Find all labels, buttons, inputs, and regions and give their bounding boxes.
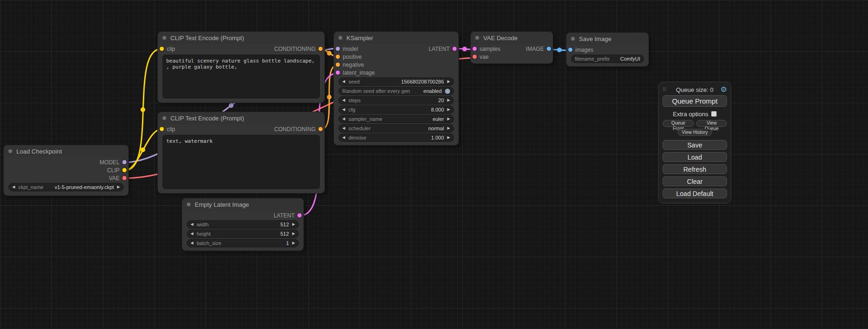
widget-denoise[interactable]: ◀ denoise 1.000 ▶ bbox=[339, 133, 454, 142]
settings-gear-icon[interactable]: ⚙ bbox=[720, 86, 727, 93]
node-title-bar[interactable]: Empty Latent Image bbox=[182, 198, 303, 210]
output-port-latent[interactable] bbox=[452, 47, 457, 51]
decrement-arrow-icon[interactable]: ◀ bbox=[342, 78, 345, 85]
refresh-button[interactable]: Refresh bbox=[663, 164, 727, 174]
decrement-arrow-icon[interactable]: ◀ bbox=[191, 230, 193, 238]
collapse-dot-icon[interactable] bbox=[162, 116, 167, 120]
decrement-arrow-icon[interactable]: ◀ bbox=[342, 125, 345, 132]
collapse-dot-icon[interactable] bbox=[186, 202, 191, 207]
node-title: KSampler bbox=[346, 35, 373, 42]
drag-handle-icon[interactable]: ⠿ bbox=[663, 87, 666, 93]
queue-front-button[interactable]: Queue Front bbox=[663, 120, 694, 127]
output-label-latent: LATENT bbox=[274, 212, 295, 219]
prompt-textarea[interactable]: text, watermark bbox=[162, 135, 320, 189]
toggle-dot-icon[interactable] bbox=[445, 89, 450, 94]
graph-canvas[interactable]: Load Checkpoint MODEL CLIP VAE bbox=[0, 0, 868, 329]
output-port-conditioning[interactable] bbox=[318, 127, 323, 131]
output-port-image[interactable] bbox=[547, 47, 551, 51]
node-title-bar[interactable]: CLIP Text Encode (Prompt) bbox=[158, 112, 325, 124]
widget-value: enabled bbox=[423, 88, 442, 94]
collapse-dot-icon[interactable] bbox=[571, 36, 575, 41]
decrement-arrow-icon[interactable]: ◀ bbox=[342, 134, 345, 141]
input-port-images[interactable] bbox=[568, 48, 572, 52]
widget-label: seed bbox=[348, 79, 360, 84]
widget-label: batch_size bbox=[197, 240, 221, 246]
input-port-latent-image[interactable] bbox=[336, 70, 340, 75]
node-title-bar[interactable]: VAE Decode bbox=[471, 32, 553, 44]
output-port-latent[interactable] bbox=[297, 213, 302, 217]
output-port-clip[interactable] bbox=[122, 168, 127, 172]
increment-arrow-icon[interactable]: ▶ bbox=[447, 134, 450, 141]
widget-label: ckpt_name bbox=[18, 184, 43, 190]
node-title-bar[interactable]: Save Image bbox=[566, 33, 649, 45]
queue-prompt-button[interactable]: Queue Prompt bbox=[663, 95, 727, 107]
decrement-arrow-icon[interactable]: ◀ bbox=[12, 183, 15, 191]
node-title-bar[interactable]: KSampler bbox=[334, 32, 459, 44]
input-port-clip[interactable] bbox=[160, 47, 164, 51]
input-port-model[interactable] bbox=[336, 47, 340, 51]
output-label-latent: LATENT bbox=[429, 46, 450, 52]
node-ksampler: KSampler model LATENT positive bbox=[334, 32, 459, 145]
increment-arrow-icon[interactable]: ▶ bbox=[447, 115, 450, 123]
collapse-dot-icon[interactable] bbox=[162, 35, 167, 40]
decrement-arrow-icon[interactable]: ◀ bbox=[342, 115, 345, 123]
output-port-model[interactable] bbox=[122, 160, 127, 164]
output-port-conditioning[interactable] bbox=[318, 47, 323, 51]
widget-sampler-name[interactable]: ◀ sampler_name euler ▶ bbox=[339, 115, 454, 123]
increment-arrow-icon[interactable]: ▶ bbox=[447, 97, 450, 104]
load-button[interactable]: Load bbox=[663, 152, 727, 162]
increment-arrow-icon[interactable]: ▶ bbox=[447, 78, 450, 85]
widget-cfg[interactable]: ◀ cfg 8.000 ▶ bbox=[339, 105, 454, 114]
widget-steps[interactable]: ◀ steps 20 ▶ bbox=[339, 96, 454, 105]
input-port-vae[interactable] bbox=[473, 55, 477, 59]
input-label-positive: positive bbox=[343, 54, 362, 60]
decrement-arrow-icon[interactable]: ◀ bbox=[191, 239, 193, 247]
increment-arrow-icon[interactable]: ▶ bbox=[447, 125, 450, 132]
widget-height[interactable]: ◀ height 512 ▶ bbox=[187, 230, 299, 238]
prompt-textarea[interactable]: beautiful scenery nature glass bottle la… bbox=[162, 55, 320, 98]
load-default-button[interactable]: Load Default bbox=[663, 189, 727, 198]
collapse-dot-icon[interactable] bbox=[338, 35, 343, 40]
input-port-samples[interactable] bbox=[473, 47, 477, 51]
increment-arrow-icon[interactable]: ▶ bbox=[292, 221, 295, 228]
widget-width[interactable]: ◀ width 512 ▶ bbox=[187, 220, 299, 229]
queue-size-label: Queue size: 0 bbox=[669, 86, 720, 93]
increment-arrow-icon[interactable]: ▶ bbox=[117, 183, 120, 191]
widget-batch-size[interactable]: ◀ batch_size 1 ▶ bbox=[187, 239, 299, 247]
collapse-dot-icon[interactable] bbox=[475, 35, 480, 40]
decrement-arrow-icon[interactable]: ◀ bbox=[342, 106, 345, 113]
decrement-arrow-icon[interactable]: ◀ bbox=[342, 97, 345, 104]
collapse-dot-icon[interactable] bbox=[8, 149, 13, 154]
link-midpoint-dot bbox=[327, 95, 332, 99]
node-title-bar[interactable]: Load Checkpoint bbox=[4, 145, 128, 157]
node-title-bar[interactable]: CLIP Text Encode (Prompt) bbox=[158, 32, 325, 44]
increment-arrow-icon[interactable]: ▶ bbox=[292, 239, 295, 247]
queue-panel: ⠿ Queue size: 0 ⚙ Queue Prompt Extra opt… bbox=[658, 82, 731, 203]
decrement-arrow-icon[interactable]: ◀ bbox=[191, 221, 193, 228]
widget-label: sampler_name bbox=[348, 116, 382, 122]
widget-seed[interactable]: ◀ seed 156680208700286 ▶ bbox=[339, 77, 454, 86]
widget-label: steps bbox=[348, 98, 360, 103]
widget-random-seed-toggle[interactable]: Random seed after every gen enabled bbox=[339, 87, 454, 95]
input-port-clip[interactable] bbox=[160, 127, 164, 131]
save-button[interactable]: Save bbox=[663, 140, 727, 150]
input-label-clip: clip bbox=[167, 46, 175, 52]
increment-arrow-icon[interactable]: ▶ bbox=[292, 230, 295, 238]
input-label-vae: vae bbox=[480, 54, 488, 60]
widget-label: cfg bbox=[348, 107, 355, 112]
input-port-positive[interactable] bbox=[336, 55, 340, 59]
input-port-negative[interactable] bbox=[336, 63, 340, 67]
view-history-button[interactable]: View History bbox=[677, 129, 712, 136]
widget-scheduler[interactable]: ◀ scheduler normal ▶ bbox=[339, 124, 454, 133]
input-label-clip: clip bbox=[167, 126, 175, 133]
node-clip-text-encode-negative: CLIP Text Encode (Prompt) clip CONDITION… bbox=[158, 112, 325, 193]
increment-arrow-icon[interactable]: ▶ bbox=[447, 106, 450, 113]
widget-filename-prefix[interactable]: filename_prefix ComfyUI bbox=[571, 55, 644, 63]
extra-options-checkbox[interactable] bbox=[711, 111, 717, 117]
output-port-vae[interactable] bbox=[122, 176, 127, 180]
view-queue-button[interactable]: View Queue bbox=[696, 120, 727, 127]
clear-button[interactable]: Clear bbox=[663, 176, 727, 186]
widget-ckpt-name[interactable]: ◀ ckpt_name v1-5-pruned-emaonly.ckpt ▶ bbox=[8, 183, 124, 191]
output-label-conditioning: CONDITIONING bbox=[274, 126, 316, 133]
widget-value: 1 bbox=[286, 240, 289, 246]
